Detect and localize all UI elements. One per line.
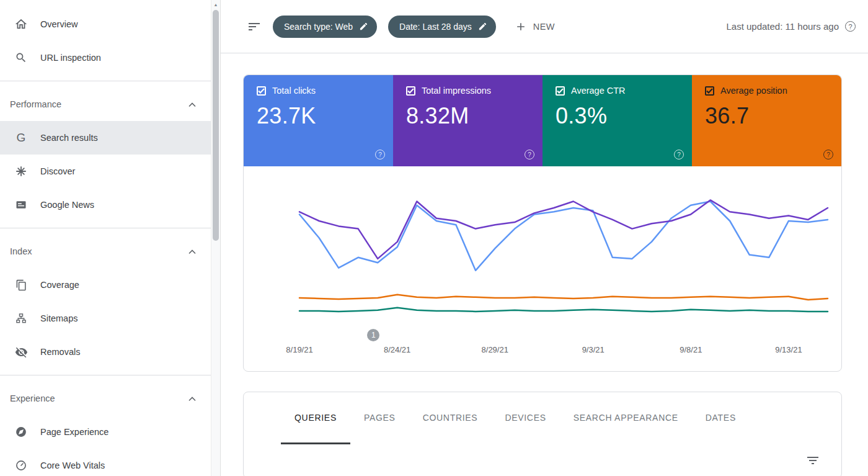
tab-pages[interactable]: PAGES <box>350 392 409 444</box>
sidebar-item-coverage[interactable]: Coverage <box>0 268 211 302</box>
tab-dates[interactable]: DATES <box>692 392 750 444</box>
sidebar-item-page-experience[interactable]: Page Experience <box>0 415 211 449</box>
sidebar-scrollbar[interactable]: ▲ <box>211 0 221 476</box>
tab-devices[interactable]: DEVICES <box>491 392 559 444</box>
sitemap-icon <box>14 311 29 326</box>
sidebar-divider <box>0 375 211 375</box>
sort-filter-icon[interactable] <box>247 19 262 34</box>
metric-cards: Total clicks 23.7K ? Total impressions 8… <box>244 75 841 166</box>
sidebar-item-label: Core Web Vitals <box>40 460 105 470</box>
pages-icon <box>14 277 29 292</box>
sidebar-item-discover[interactable]: Discover <box>0 155 211 188</box>
sidebar-item-label: Page Experience <box>40 427 108 437</box>
new-button-label: NEW <box>533 22 555 32</box>
x-axis-label: 9/8/21 <box>680 345 702 354</box>
sidebar-item-core-web-vitals[interactable]: Core Web Vitals <box>0 449 211 476</box>
search-console-app: Overview URL inspection Performance G Se… <box>0 0 868 476</box>
chart-line-average-position <box>299 295 828 300</box>
help-icon[interactable]: ? <box>525 150 534 159</box>
performance-panel: Total clicks 23.7K ? Total impressions 8… <box>243 74 842 372</box>
sidebar-item-label: Removals <box>40 347 80 357</box>
google-g-icon: G <box>14 130 29 145</box>
sidebar-divider <box>0 228 211 228</box>
table-toolbar <box>244 444 841 476</box>
chart-line-total-clicks <box>299 202 828 271</box>
metric-value: 36.7 <box>705 103 841 129</box>
metric-card-total-clicks[interactable]: Total clicks 23.7K ? <box>244 75 393 166</box>
section-header-label: Performance <box>10 99 61 109</box>
filter-icon[interactable] <box>805 453 820 468</box>
main-content: Search type: Web Date: Last 28 days NEW … <box>221 0 868 476</box>
tab-countries[interactable]: COUNTRIES <box>409 392 492 444</box>
annotation-row: 1 <box>299 326 828 345</box>
chart-annotation-marker[interactable]: 1 <box>367 329 379 341</box>
metric-card-total-impressions[interactable]: Total impressions 8.32M ? <box>393 75 542 166</box>
new-filter-button[interactable]: NEW <box>515 20 555 33</box>
help-icon[interactable]: ? <box>845 21 856 32</box>
sidebar-item-label: Coverage <box>40 280 79 290</box>
metric-label: Total impressions <box>422 86 491 96</box>
sidebar-item-search-results[interactable]: G Search results <box>0 121 211 155</box>
performance-chart[interactable] <box>299 195 828 325</box>
x-axis-label: 8/19/21 <box>286 345 312 354</box>
x-axis-label: 8/24/21 <box>384 345 410 354</box>
sidebar-item-url-inspection[interactable]: URL inspection <box>0 41 211 74</box>
sidebar-item-label: Sitemaps <box>40 313 78 323</box>
x-axis-label: 9/3/21 <box>582 345 604 354</box>
x-axis-label: 9/13/21 <box>775 345 802 354</box>
metric-value: 8.32M <box>406 103 542 129</box>
sidebar-item-label: URL inspection <box>40 53 101 63</box>
x-axis-label: 8/29/21 <box>482 345 508 354</box>
sidebar-item-label: Discover <box>40 166 75 176</box>
sidebar-item-google-news[interactable]: Google News <box>0 188 211 222</box>
metric-card-average-ctr[interactable]: Average CTR 0.3% ? <box>542 75 692 166</box>
metric-label: Average CTR <box>571 86 626 96</box>
sidebar-item-removals[interactable]: Removals <box>0 335 211 369</box>
tab-queries[interactable]: QUERIES <box>281 392 350 444</box>
dimensions-panel: QUERIES PAGES COUNTRIES DEVICES SEARCH A… <box>243 392 842 476</box>
checkbox-checked-icon[interactable] <box>705 86 714 96</box>
metric-label: Average position <box>720 86 787 96</box>
chart-area: 1 8/19/21 8/24/21 8/29/21 9/3/21 9/8/21 … <box>244 166 841 371</box>
metric-card-average-position[interactable]: Average position 36.7 ? <box>692 75 841 166</box>
scrollbar-up-arrow-icon[interactable]: ▲ <box>211 0 220 9</box>
sidebar-section-experience[interactable]: Experience <box>0 382 211 415</box>
checkbox-checked-icon[interactable] <box>257 86 266 96</box>
checkbox-checked-icon[interactable] <box>556 86 565 96</box>
explore-icon <box>14 424 29 439</box>
chevron-up-icon <box>188 246 196 257</box>
sidebar: Overview URL inspection Performance G Se… <box>0 0 211 476</box>
search-icon <box>14 50 29 65</box>
scrollbar-thumb[interactable] <box>213 10 219 241</box>
chevron-up-icon <box>188 393 196 404</box>
speed-icon <box>14 458 29 473</box>
pencil-icon <box>359 22 368 31</box>
help-icon[interactable]: ? <box>674 150 684 159</box>
news-icon <box>14 197 29 212</box>
last-updated: Last updated: 11 hours ago ? <box>726 21 856 32</box>
sidebar-section-index[interactable]: Index <box>0 235 211 268</box>
pencil-icon <box>478 22 487 31</box>
plus-icon <box>515 20 527 33</box>
metric-label: Total clicks <box>272 86 316 96</box>
date-range-chip-label: Date: Last 28 days <box>399 22 472 32</box>
help-icon[interactable]: ? <box>375 150 385 159</box>
eye-off-icon <box>14 344 29 359</box>
metric-value: 0.3% <box>556 103 692 129</box>
checkbox-checked-icon[interactable] <box>406 86 415 96</box>
report-content: Total clicks 23.7K ? Total impressions 8… <box>221 53 868 476</box>
sidebar-item-sitemaps[interactable]: Sitemaps <box>0 302 211 335</box>
dimension-tabs: QUERIES PAGES COUNTRIES DEVICES SEARCH A… <box>244 392 841 444</box>
home-icon <box>14 17 29 32</box>
help-icon[interactable]: ? <box>823 150 833 159</box>
section-header-label: Index <box>10 246 32 256</box>
sidebar-item-label: Google News <box>40 200 94 210</box>
sidebar-divider <box>0 81 211 81</box>
sidebar-section-performance[interactable]: Performance <box>0 88 211 121</box>
search-type-chip[interactable]: Search type: Web <box>273 16 377 38</box>
date-range-chip[interactable]: Date: Last 28 days <box>388 16 496 38</box>
sidebar-item-overview[interactable]: Overview <box>0 7 211 41</box>
search-type-chip-label: Search type: Web <box>284 22 353 32</box>
sidebar-item-label: Search results <box>40 133 98 143</box>
tab-search-appearance[interactable]: SEARCH APPEARANCE <box>560 392 692 444</box>
